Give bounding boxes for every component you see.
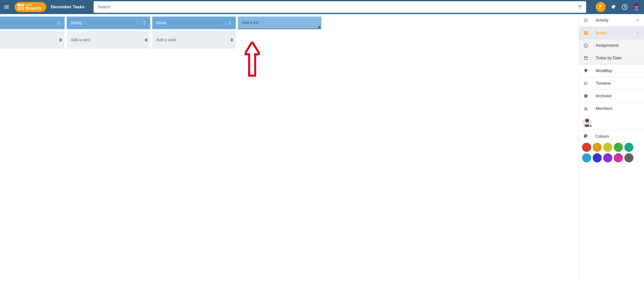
svg-point-10 bbox=[58, 22, 59, 23]
board-subgroup: Assignments Todos by Date bbox=[579, 39, 644, 65]
main-area: To Do card Doing bbox=[0, 14, 644, 282]
svg-point-43 bbox=[586, 135, 587, 136]
list-title: Done bbox=[156, 21, 166, 25]
archive-icon bbox=[583, 93, 589, 99]
timeline-icon bbox=[583, 81, 589, 86]
add-card[interactable]: Add a card bbox=[152, 31, 236, 49]
list-column: Done Add a card bbox=[152, 17, 236, 49]
sidebar-item-board[interactable]: Board bbox=[579, 27, 644, 39]
list-title: Doing bbox=[71, 21, 81, 25]
filter-icon[interactable] bbox=[577, 4, 584, 11]
topbar-right: ? bbox=[596, 2, 640, 12]
pin-icon[interactable] bbox=[610, 4, 617, 10]
colour-swatch[interactable] bbox=[593, 143, 602, 152]
list-menu-icon[interactable] bbox=[226, 19, 233, 26]
chevron-up-icon bbox=[635, 30, 640, 35]
svg-rect-29 bbox=[585, 58, 587, 60]
svg-rect-0 bbox=[18, 4, 21, 6]
list-header[interactable]: Done bbox=[152, 17, 236, 29]
sidebar-item-assignments[interactable]: Assignments bbox=[579, 39, 644, 52]
svg-rect-32 bbox=[584, 95, 587, 95]
svg-rect-21 bbox=[584, 31, 585, 33]
svg-point-26 bbox=[585, 45, 585, 45]
colour-swatch[interactable] bbox=[614, 153, 623, 162]
colour-swatch[interactable] bbox=[582, 143, 591, 152]
svg-text:?: ? bbox=[624, 5, 626, 9]
sidebar-label: Board bbox=[596, 31, 628, 35]
svg-rect-2 bbox=[21, 6, 24, 7]
colour-swatch[interactable] bbox=[603, 153, 612, 162]
sidebar-label: Archived bbox=[596, 94, 640, 98]
members-icon bbox=[583, 106, 589, 111]
svg-point-42 bbox=[586, 135, 586, 135]
tour-button[interactable] bbox=[596, 2, 606, 12]
svg-point-17 bbox=[229, 24, 230, 25]
svg-point-18 bbox=[585, 19, 586, 19]
list-menu-icon[interactable] bbox=[141, 19, 148, 26]
svg-point-25 bbox=[584, 44, 588, 48]
svg-rect-30 bbox=[585, 56, 585, 57]
sidebar-label: Activity bbox=[596, 18, 628, 23]
list-header[interactable]: Doing bbox=[67, 17, 150, 29]
svg-point-41 bbox=[585, 135, 585, 135]
sidebar-item-activity[interactable]: Activity bbox=[579, 14, 644, 27]
member-avatar[interactable] bbox=[583, 118, 592, 127]
board-icon bbox=[583, 30, 589, 36]
boards-logo-icon bbox=[18, 4, 24, 10]
stepper-icon[interactable] bbox=[230, 38, 233, 42]
colour-swatch[interactable] bbox=[603, 143, 612, 152]
add-list-placeholder: Add a list bbox=[242, 20, 258, 25]
colour-swatch[interactable] bbox=[614, 143, 623, 152]
menu-icon[interactable] bbox=[3, 4, 10, 11]
list-menu-icon[interactable] bbox=[55, 19, 62, 26]
face-icon bbox=[583, 43, 589, 48]
sidebar-item-todos[interactable]: Todos by Date bbox=[579, 52, 644, 64]
colour-swatch[interactable] bbox=[624, 143, 633, 152]
brand-logo[interactable]: Huddo Boards bbox=[15, 2, 46, 12]
svg-point-27 bbox=[586, 45, 587, 45]
add-card[interactable]: Add a card bbox=[67, 31, 150, 49]
svg-point-11 bbox=[58, 24, 59, 25]
list-header[interactable]: To Do bbox=[0, 17, 65, 29]
svg-rect-22 bbox=[586, 31, 588, 32]
svg-point-40 bbox=[584, 135, 585, 136]
list-column: To Do card bbox=[0, 17, 65, 49]
sidebar-item-members[interactable]: Members bbox=[579, 102, 644, 115]
svg-rect-3 bbox=[18, 7, 21, 10]
members-list bbox=[579, 115, 644, 130]
add-card-label: Add a card bbox=[156, 38, 176, 42]
svg-rect-34 bbox=[585, 96, 586, 96]
svg-point-20 bbox=[585, 21, 585, 22]
add-card[interactable]: card bbox=[0, 31, 65, 49]
svg-rect-1 bbox=[21, 4, 24, 5]
svg-point-19 bbox=[586, 20, 587, 21]
search-input[interactable] bbox=[98, 5, 577, 9]
user-avatar[interactable] bbox=[632, 3, 640, 11]
status-online-icon bbox=[589, 124, 592, 127]
stepper-icon[interactable] bbox=[59, 38, 62, 42]
colour-swatch[interactable] bbox=[593, 153, 602, 162]
colour-swatch[interactable] bbox=[582, 153, 591, 162]
sidebar-item-archived[interactable]: Archived bbox=[579, 90, 644, 102]
svg-rect-4 bbox=[21, 7, 24, 10]
svg-rect-24 bbox=[586, 32, 588, 34]
topbar: Huddo Boards December Tasks ? bbox=[0, 0, 644, 14]
search-wrap bbox=[94, 1, 586, 13]
brand-big: Boards bbox=[26, 6, 42, 11]
help-icon[interactable]: ? bbox=[621, 4, 628, 10]
sidebar-label: Members bbox=[596, 106, 640, 111]
sidebar-item-timeline[interactable]: Timeline bbox=[579, 77, 644, 90]
sidebar-item-mindmap[interactable]: MindMap bbox=[579, 65, 644, 77]
tune-icon bbox=[583, 18, 589, 23]
add-list[interactable]: Add a list bbox=[238, 17, 321, 29]
lists-row: To Do card Doing bbox=[0, 17, 324, 49]
colour-swatch[interactable] bbox=[624, 153, 633, 162]
palette-icon bbox=[583, 133, 588, 139]
stepper-icon[interactable] bbox=[145, 38, 148, 42]
svg-point-36 bbox=[586, 108, 587, 109]
right-panel: Activity Board Assignments bbox=[579, 14, 644, 282]
svg-point-15 bbox=[229, 21, 230, 22]
chevron-down-icon bbox=[635, 18, 640, 23]
brand-text: Huddo Boards bbox=[26, 4, 42, 11]
board-title[interactable]: December Tasks bbox=[51, 5, 85, 10]
